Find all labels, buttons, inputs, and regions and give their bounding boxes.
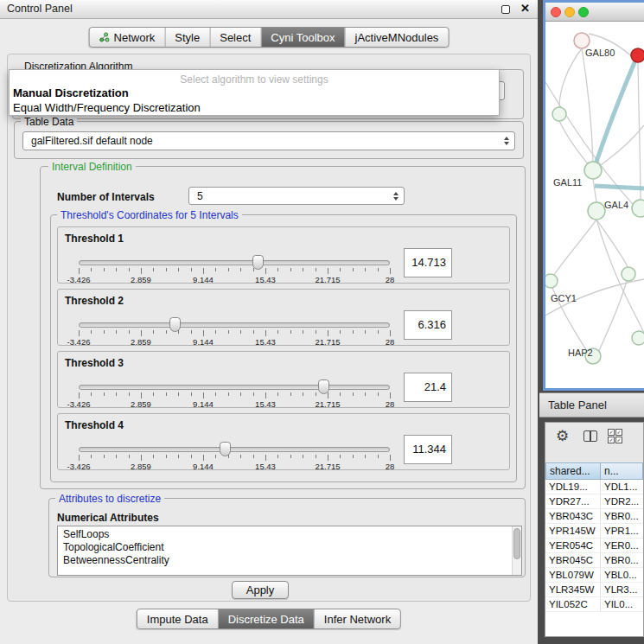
threshold-2-slider[interactable] — [79, 322, 390, 328]
table-cell[interactable]: YBR043C — [545, 509, 601, 523]
tab-infer-network[interactable]: Infer Network — [315, 609, 400, 628]
table-row[interactable]: YPR145WYPR1... — [545, 524, 643, 539]
columns-icon[interactable] — [583, 430, 597, 442]
tick-mark — [328, 330, 328, 336]
network-node[interactable] — [574, 33, 590, 48]
table-row[interactable]: YIL052CYIL0... — [545, 597, 643, 612]
tick-mark — [178, 455, 179, 458]
tick-label: 21.715 — [315, 462, 340, 471]
network-node[interactable] — [632, 331, 644, 345]
network-canvas[interactable]: GAL80 GAL11 GAL4 GCY1 HAP2 — [545, 22, 644, 388]
threshold-1-slider[interactable] — [79, 260, 390, 265]
tab-impute-data[interactable]: Impute Data — [137, 609, 219, 628]
tick-mark — [277, 455, 278, 458]
zoom-traffic-light-icon[interactable] — [578, 7, 589, 17]
tick-mark — [365, 330, 366, 334]
slider-labels: -3.4262.8599.14415.4321.71528 — [79, 462, 390, 470]
tab-discretize-data[interactable]: Discretize Data — [219, 609, 315, 628]
algorithm-option-equal-width[interactable]: Equal Width/Frequency Discretization — [13, 101, 201, 114]
tick-label: 15.43 — [255, 462, 276, 471]
network-node[interactable] — [622, 267, 635, 281]
network-node[interactable] — [552, 107, 566, 121]
table-cell[interactable]: YDL1... — [601, 480, 643, 494]
table-cell[interactable]: YPR145W — [545, 524, 601, 538]
table-cell[interactable]: YLR345W — [545, 583, 601, 596]
table-row[interactable]: YER054CYER0... — [545, 539, 643, 553]
network-node-selected[interactable] — [631, 48, 644, 62]
apply-button[interactable]: Apply — [232, 581, 289, 599]
tick-label: 15.43 — [255, 399, 276, 409]
threshold-1-panel: Threshold 1 -3.4262.8599.14415.4321.7152… — [57, 226, 510, 284]
table-cell[interactable]: YPR1... — [601, 524, 643, 538]
network-node[interactable] — [632, 200, 644, 217]
network-node[interactable] — [545, 274, 558, 288]
table-body[interactable]: YDL19...YDL1...YDR27...YDR2...YBR043CYBR… — [545, 480, 643, 636]
tick-mark — [378, 455, 379, 458]
table-cell[interactable]: YDL19... — [545, 480, 601, 494]
tick-mark — [203, 268, 204, 274]
network-node[interactable] — [584, 162, 602, 179]
table-data-selected: galFiltered.sif default node — [31, 132, 153, 150]
table-row[interactable]: YDL19...YDL1... — [545, 480, 643, 494]
tick-label: -3.426 — [67, 337, 91, 347]
threshold-4-value-field[interactable]: 11.344 — [404, 435, 452, 464]
table-cell[interactable]: YBR0... — [601, 509, 643, 523]
table-cell[interactable]: YDR27... — [545, 494, 601, 508]
tick-mark — [203, 392, 204, 399]
algorithm-placeholder: Select algorithm to view settings — [10, 73, 499, 86]
tick-mark — [253, 392, 254, 396]
list-scrollbar[interactable] — [512, 526, 521, 575]
table-row[interactable]: YBL079WYBL0... — [545, 568, 643, 583]
list-item[interactable]: BetweennessCentrality — [58, 554, 521, 567]
select-columns-icon[interactable]: ✓ ✓ ✓ ✓ — [608, 429, 622, 443]
numerical-attributes-list[interactable]: SelfLoopsTopologicalCoefficientBetweenne… — [57, 526, 522, 576]
threshold-2-value-field[interactable]: 6.316 — [404, 310, 452, 340]
close-icon[interactable]: ✕ — [520, 2, 530, 15]
tick-mark — [378, 330, 379, 334]
table-cell[interactable]: YER0... — [601, 539, 643, 552]
list-item[interactable]: TopologicalCoefficient — [58, 541, 521, 554]
threshold-3-value-field[interactable]: 21.4 — [404, 373, 452, 402]
tab-style[interactable]: Style — [165, 28, 210, 47]
tick-mark — [79, 268, 80, 274]
table-row[interactable]: YBR043CYBR0... — [545, 509, 643, 524]
column-header-name[interactable]: n... — [601, 462, 643, 480]
table-cell[interactable]: YBR0... — [601, 553, 643, 567]
column-header-shared-name[interactable]: shared... — [545, 462, 601, 480]
algorithm-dropdown-popup: Select algorithm to view settings Manual… — [9, 69, 500, 116]
tab-cyni-toolbox[interactable]: Cyni Toolbox — [261, 28, 345, 47]
table-data-combobox[interactable]: galFiltered.sif default node — [22, 131, 515, 150]
table-cell[interactable]: YBL079W — [545, 568, 601, 582]
table-cell[interactable]: YBR045C — [545, 553, 601, 567]
tick-mark — [166, 268, 167, 271]
threshold-1-value-field[interactable]: 14.713 — [404, 248, 452, 277]
scrollbar-thumb[interactable] — [513, 528, 520, 559]
threshold-4-slider[interactable] — [79, 447, 390, 452]
table-row[interactable]: YLR345WYLR3... — [545, 583, 643, 597]
network-node[interactable] — [588, 202, 605, 220]
tick-mark — [365, 268, 366, 271]
list-item[interactable]: SelfLoops — [58, 528, 521, 541]
tick-label: 2.859 — [131, 462, 151, 471]
threshold-3-slider[interactable] — [79, 385, 390, 390]
table-cell[interactable]: YER054C — [545, 539, 601, 552]
gear-icon[interactable]: ⚙ — [556, 427, 569, 445]
tab-select[interactable]: Select — [210, 28, 261, 47]
tab-jactivemnodules[interactable]: jActiveMNodules — [346, 28, 449, 47]
minimize-traffic-light-icon[interactable] — [564, 7, 575, 17]
table-cell[interactable]: YDR2... — [601, 494, 643, 508]
algorithm-option-manual[interactable]: Manual Discretization — [13, 86, 129, 99]
tick-label: 2.859 — [131, 275, 151, 284]
table-cell[interactable]: YIL052C — [545, 597, 601, 611]
float-window-icon[interactable] — [501, 5, 510, 14]
table-cell[interactable]: YIL0... — [601, 597, 643, 611]
table-cell[interactable]: YBL0... — [601, 568, 643, 582]
table-row[interactable]: YDR27...YDR2... — [545, 494, 643, 509]
tab-network[interactable]: Network — [90, 28, 166, 47]
close-traffic-light-icon[interactable] — [551, 7, 561, 17]
number-of-intervals-combobox[interactable]: 5 — [188, 187, 405, 205]
tick-mark — [116, 392, 117, 396]
table-cell[interactable]: YLR3... — [601, 583, 643, 596]
table-row[interactable]: YBR045CYBR0... — [545, 553, 643, 568]
tick-label: 28 — [386, 462, 395, 471]
